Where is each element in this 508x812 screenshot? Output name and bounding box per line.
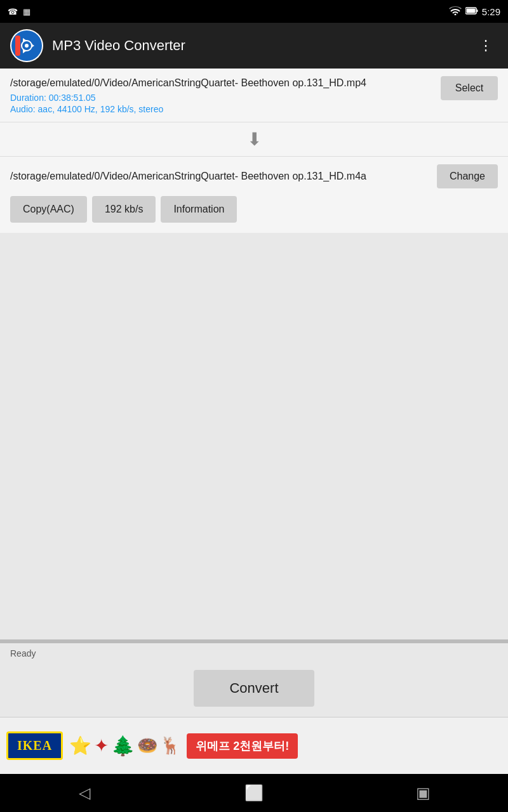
source-path: /storage/emulated/0/Video/AmericanString… [10, 76, 433, 90]
progress-area: Ready [0, 639, 508, 661]
middle-area [0, 233, 508, 639]
source-info: /storage/emulated/0/Video/AmericanString… [10, 76, 433, 114]
app-title: MP3 Video Converter [52, 37, 474, 54]
wreath-icon: 🍩 [137, 736, 157, 756]
recents-button[interactable]: ▣ [404, 780, 443, 806]
menu-button[interactable]: ⋮ [474, 32, 498, 59]
bitrate-button[interactable]: 192 kb/s [92, 196, 156, 223]
svg-point-7 [25, 44, 29, 48]
status-bar-left: ☎ ▦ [8, 7, 30, 16]
convert-section: Convert [0, 661, 508, 717]
status-bar-right: 5:29 [449, 6, 500, 17]
source-section: /storage/emulated/0/Video/AmericanString… [0, 69, 508, 122]
source-duration: Duration: 00:38:51.05 [10, 93, 433, 103]
back-button[interactable]: ◁ [65, 780, 104, 806]
red-star-icon: ✦ [94, 735, 109, 756]
ad-content: IKEA ⭐ ✦ 🌲 🍩 🦌 위메프 2천원부터! [0, 717, 508, 774]
svg-rect-2 [466, 9, 475, 13]
status-text: Ready [0, 643, 508, 661]
main-content: /storage/emulated/0/Video/AmericanString… [0, 69, 508, 774]
sim-icon: ▦ [23, 7, 30, 16]
change-button[interactable]: Change [437, 164, 498, 188]
reindeer-icon: 🦌 [160, 736, 180, 756]
output-section: /storage/emulated/0/Video/AmericanString… [0, 156, 508, 233]
star-icon: ⭐ [69, 735, 91, 756]
arrow-down-icon: ⬇ [247, 129, 262, 150]
output-path: /storage/emulated/0/Video/AmericanString… [10, 169, 429, 183]
app-bar: MP3 Video Converter ⋮ [0, 23, 508, 69]
svg-rect-1 [476, 10, 478, 12]
home-button[interactable]: ⬜ [235, 780, 273, 806]
source-row: /storage/emulated/0/Video/AmericanString… [10, 76, 498, 114]
ad-korean-text: 위메프 2천원부터! [187, 733, 298, 759]
battery-icon [465, 6, 478, 16]
arrow-section: ⬇ [0, 122, 508, 156]
copy-aac-button[interactable]: Copy(AAC) [10, 196, 87, 223]
svg-rect-5 [15, 36, 20, 56]
action-buttons: Copy(AAC) 192 kb/s Information [10, 196, 498, 225]
wifi-icon [449, 6, 462, 17]
ad-banner[interactable]: IKEA ⭐ ✦ 🌲 🍩 🦌 위메프 2천원부터! [0, 717, 508, 774]
nav-bar: ◁ ⬜ ▣ [0, 774, 508, 812]
source-audio: Audio: aac, 44100 Hz, 192 kb/s, stereo [10, 104, 433, 114]
app-icon [10, 29, 43, 62]
ad-christmas-items: ⭐ ✦ 🌲 🍩 🦌 [69, 735, 180, 757]
clock: 5:29 [482, 6, 500, 17]
output-row: /storage/emulated/0/Video/AmericanString… [10, 164, 498, 188]
information-button[interactable]: Information [161, 196, 237, 223]
ad-ikea-logo: IKEA [6, 731, 63, 760]
status-bar: ☎ ▦ 5:29 [0, 0, 508, 23]
phone-icon: ☎ [8, 7, 18, 16]
convert-button[interactable]: Convert [194, 670, 314, 707]
tree-icon: 🌲 [111, 735, 135, 757]
select-button[interactable]: Select [441, 76, 498, 100]
